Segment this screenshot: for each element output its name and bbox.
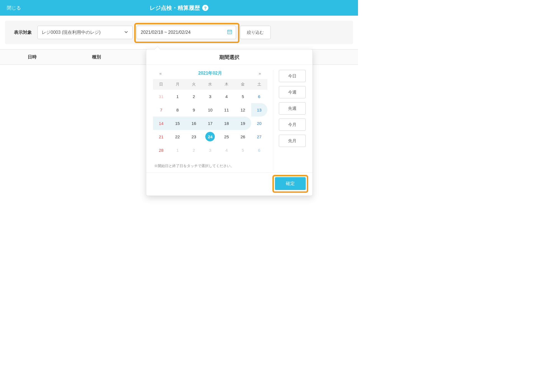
page-title-text: レジ点検・精算履歴 — [150, 4, 200, 12]
calendar-month-label[interactable]: 2021年02月 — [198, 70, 222, 76]
calendar-day[interactable]: 4 — [218, 90, 235, 103]
quick-range-button[interactable]: 今日 — [279, 70, 306, 82]
calendar-day[interactable]: 13 — [251, 103, 267, 117]
calendar-day[interactable]: 17 — [202, 117, 218, 130]
calendar-day[interactable]: 5 — [235, 143, 251, 157]
calendar-day[interactable]: 20 — [251, 117, 267, 130]
calendar-day[interactable]: 21 — [153, 130, 169, 143]
calendar-note: ※開始日と終了日をタッチで選択してください。 — [153, 157, 267, 171]
filter-target-label: 表示対象 — [10, 30, 34, 35]
calendar-dow-cell: 火 — [186, 79, 202, 90]
calendar-day[interactable]: 18 — [218, 117, 235, 130]
date-range-value: 2021/02/18 ~ 2021/02/24 — [141, 30, 190, 35]
calendar-day[interactable]: 3 — [202, 143, 218, 157]
quick-range-button[interactable]: 今週 — [279, 86, 306, 98]
calendar-day[interactable]: 1 — [169, 143, 185, 157]
calendar-day[interactable]: 25 — [218, 130, 235, 143]
calendar-day[interactable]: 10 — [202, 103, 218, 117]
apply-filter-button[interactable]: 絞り込む — [240, 26, 271, 39]
register-select-value: レジ0003 (現在利用中のレジ) — [42, 30, 101, 35]
calendar-day[interactable]: 11 — [218, 103, 235, 117]
calendar-day[interactable]: 24 — [202, 130, 218, 143]
svg-point-2 — [228, 32, 229, 32]
calendar-day[interactable]: 7 — [153, 103, 169, 117]
calendar-day[interactable]: 2 — [186, 90, 202, 103]
page-title: レジ点検・精算履歴 ? — [150, 4, 208, 12]
calendar-day[interactable]: 23 — [186, 130, 202, 143]
calendar-grid: 3112345678910111213141516171819202122232… — [153, 90, 267, 157]
picker-title: 期間選択 — [146, 49, 312, 65]
calendar-dow-cell: 月 — [169, 79, 185, 90]
calendar-dow-cell: 日 — [153, 79, 169, 90]
svg-point-7 — [230, 33, 231, 33]
svg-point-4 — [230, 32, 231, 32]
calendar-day[interactable]: 4 — [218, 143, 235, 157]
quick-range-button[interactable]: 先月 — [279, 135, 306, 147]
calendar-day[interactable]: 31 — [153, 90, 169, 103]
chevron-down-icon — [124, 30, 128, 35]
calendar-dow-cell: 土 — [251, 79, 267, 90]
quick-range-column: 今日今週先週今月先月 — [273, 70, 306, 171]
quick-range-button[interactable]: 今月 — [279, 118, 306, 131]
prev-month-button[interactable]: « — [157, 71, 164, 76]
svg-point-6 — [229, 33, 230, 33]
calendar-icon — [227, 29, 232, 36]
calendar-dow-row: 日月火水木金土 — [153, 79, 267, 90]
close-button[interactable]: 閉じる — [7, 5, 21, 11]
column-type: 種別 — [64, 54, 129, 60]
calendar-day[interactable]: 12 — [235, 103, 251, 117]
calendar-day[interactable]: 9 — [186, 103, 202, 117]
calendar-day[interactable]: 22 — [169, 130, 185, 143]
svg-point-3 — [229, 32, 230, 32]
calendar-day[interactable]: 8 — [169, 103, 185, 117]
calendar-day[interactable]: 16 — [186, 117, 202, 130]
register-select[interactable]: レジ0003 (現在利用中のレジ) — [37, 26, 133, 39]
help-icon[interactable]: ? — [202, 5, 208, 11]
calendar-day[interactable]: 19 — [235, 117, 251, 130]
calendar-dow-cell: 金 — [235, 79, 251, 90]
calendar-day[interactable]: 3 — [202, 90, 218, 103]
app-header: 閉じる レジ点検・精算履歴 ? — [0, 0, 358, 16]
column-datetime: 日時 — [0, 54, 64, 60]
calendar-day[interactable]: 27 — [251, 130, 267, 143]
svg-point-5 — [228, 33, 229, 33]
calendar-day[interactable]: 6 — [251, 143, 267, 157]
calendar-day[interactable]: 14 — [153, 117, 169, 130]
quick-range-button[interactable]: 先週 — [279, 102, 306, 115]
next-month-button[interactable]: » — [256, 71, 263, 76]
filter-bar: 表示対象 レジ0003 (現在利用中のレジ) 2021/02/18 ~ 2021… — [5, 21, 353, 44]
confirm-button[interactable]: 確定 — [275, 177, 306, 190]
calendar-day[interactable]: 6 — [251, 90, 267, 103]
calendar-day[interactable]: 28 — [153, 143, 169, 157]
calendar-day[interactable]: 15 — [169, 117, 185, 130]
calendar-dow-cell: 木 — [218, 79, 235, 90]
date-range-input[interactable]: 2021/02/18 ~ 2021/02/24 — [136, 26, 236, 39]
calendar-dow-cell: 水 — [202, 79, 218, 90]
calendar-day[interactable]: 2 — [186, 143, 202, 157]
date-picker-popover: 期間選択 « 2021年02月 » 日月火水木金土 31123456789101… — [146, 49, 313, 196]
calendar: « 2021年02月 » 日月火水木金土 3112345678910111213… — [153, 70, 273, 171]
calendar-day[interactable]: 1 — [169, 90, 185, 103]
calendar-day[interactable]: 5 — [235, 90, 251, 103]
calendar-day[interactable]: 26 — [235, 130, 251, 143]
